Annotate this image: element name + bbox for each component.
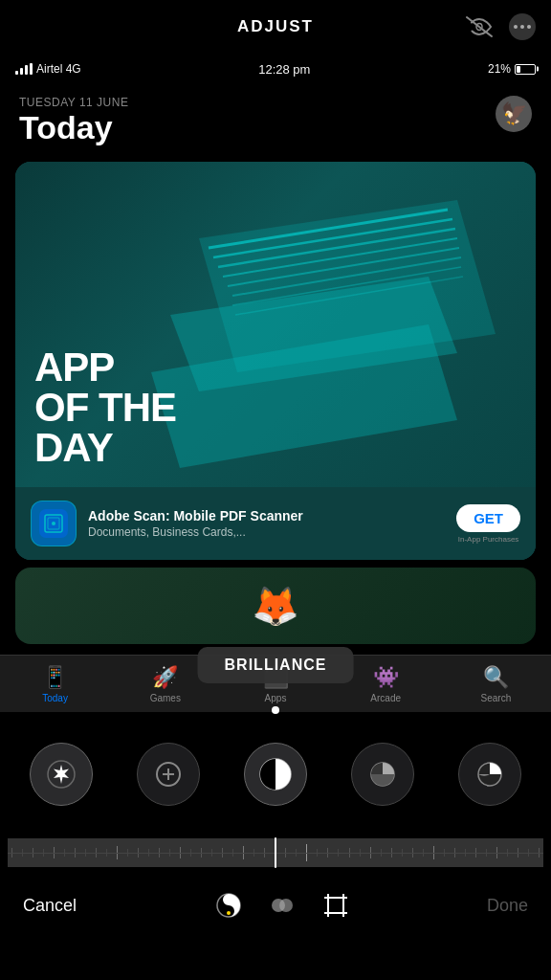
exposure-icon (153, 759, 184, 790)
page-title: ADJUST (237, 17, 314, 36)
search-tab-label: Search (481, 693, 512, 703)
more-options-button[interactable] (509, 13, 536, 40)
brilliance-icon (258, 757, 293, 791)
apps-tab-label: Apps (265, 693, 287, 703)
edit-toolbar (0, 722, 551, 827)
today-header: TUESDAY 11 JUNE Today 🦅 (0, 84, 551, 154)
date-label: TUESDAY 11 JUNE (19, 96, 532, 109)
adobe-scan-icon (39, 509, 68, 538)
avatar[interactable]: 🦅 (496, 96, 532, 132)
battery-percent: 21% (488, 62, 511, 76)
crop-icon (322, 892, 349, 919)
svg-point-23 (227, 911, 231, 915)
arcade-tab-icon: 👾 (373, 665, 399, 690)
filters-button[interactable] (269, 892, 296, 919)
slider-handle[interactable] (275, 837, 276, 868)
shadows-button[interactable] (458, 743, 521, 806)
highlights-button[interactable] (351, 743, 414, 806)
svg-rect-26 (328, 898, 343, 913)
app-store-content: TUESDAY 11 JUNE Today 🦅 (0, 84, 551, 712)
in-app-purchases-label: In-App Purchases (458, 535, 519, 544)
bottom-center-tools (215, 892, 349, 919)
app-name: Adobe Scan: Mobile PDF Scanner (88, 508, 445, 523)
shadows-icon (474, 759, 505, 790)
app-details: Adobe Scan: Mobile PDF Scanner Documents… (88, 508, 445, 539)
tab-today[interactable]: 📱 Today (0, 665, 110, 703)
card-art: APPOF THEDAY (15, 162, 536, 487)
app-of-day-headline: APPOF THEDAY (34, 347, 517, 468)
tab-search[interactable]: 🔍 Search (441, 665, 551, 703)
auto-enhance-icon (46, 759, 77, 790)
dot (520, 25, 524, 29)
get-label: GET (474, 510, 503, 526)
page-indicator-dot (272, 706, 279, 714)
brilliance-tooltip: BRILLIANCE (198, 647, 354, 683)
card-info-row: Adobe Scan: Mobile PDF Scanner Documents… (15, 487, 536, 560)
carrier-label: Airtel 4G (36, 62, 81, 76)
app-of-day-card[interactable]: APPOF THEDAY Adobe Scan: Mobile PDF Scan… (15, 162, 536, 560)
app-icon (31, 501, 77, 546)
bottom-bar: Cancel (0, 877, 551, 980)
dot (514, 25, 518, 29)
games-tab-icon: 🚀 (152, 665, 178, 690)
battery-icon (515, 64, 536, 75)
svg-point-25 (279, 899, 293, 912)
slider-track[interactable] (8, 838, 543, 867)
color-adjust-button[interactable] (215, 892, 242, 919)
status-left: Airtel 4G (15, 62, 81, 76)
card-text-overlay: APPOF THEDAY (15, 328, 536, 487)
app-subtitle: Documents, Business Cards,... (88, 525, 445, 539)
cancel-button[interactable]: Cancel (23, 892, 77, 920)
today-tab-icon: 📱 (42, 665, 68, 690)
games-tab-label: Games (150, 693, 181, 703)
search-tab-icon: 🔍 (483, 665, 509, 690)
filters-icon (269, 892, 296, 919)
slider-area[interactable] (0, 829, 551, 877)
today-title: Today (19, 109, 532, 146)
battery-fill (517, 66, 520, 73)
color-adjust-icon (215, 892, 242, 919)
second-card[interactable]: 🦊 (15, 568, 536, 644)
top-bar: ADJUST (0, 0, 551, 54)
arcade-tab-label: Arcade (370, 693, 401, 703)
crop-button[interactable] (322, 892, 349, 919)
status-right: 21% (488, 62, 536, 76)
dot (527, 25, 531, 29)
time-label: 12:28 pm (81, 62, 488, 77)
get-button[interactable]: GET (456, 504, 520, 532)
highlights-icon (367, 759, 398, 790)
status-bar: Airtel 4G 12:28 pm 21% (0, 54, 551, 84)
second-card-bg: 🦊 (15, 568, 536, 644)
top-bar-icons (465, 13, 536, 40)
exposure-button[interactable] (137, 743, 200, 806)
eye-slash-icon[interactable] (465, 15, 494, 38)
brilliance-button[interactable] (244, 743, 307, 806)
today-tab-label: Today (42, 693, 68, 703)
signal-icon (15, 63, 33, 75)
done-button[interactable]: Done (487, 892, 528, 920)
auto-enhance-button[interactable] (30, 743, 93, 806)
svg-point-14 (52, 522, 55, 525)
